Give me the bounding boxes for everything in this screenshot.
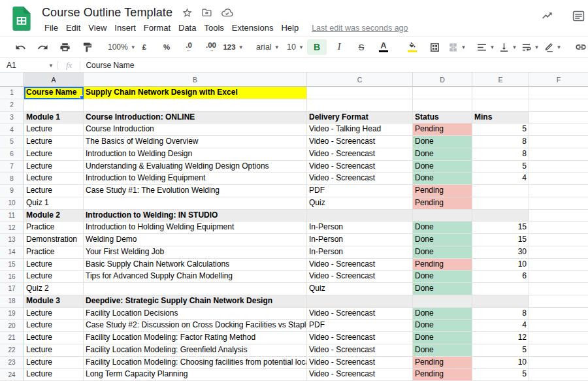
cell-B8[interactable]: Introduction to Welding Equipment bbox=[84, 173, 307, 185]
cell-C3[interactable]: Delivery Format bbox=[307, 112, 413, 124]
cell-D5[interactable]: Done bbox=[413, 136, 472, 148]
cell-A1[interactable]: Course Name bbox=[24, 87, 84, 99]
cell-B9[interactable]: Case Study #1: The Evolution Welding bbox=[84, 185, 307, 197]
cell-E19[interactable]: 8 bbox=[472, 308, 529, 320]
cell-B1[interactable]: Supply Chain Network Design with Excel bbox=[84, 87, 307, 99]
bold-button[interactable]: B bbox=[307, 39, 327, 55]
fill-handle[interactable] bbox=[80, 95, 84, 99]
cell-D8[interactable]: Done bbox=[413, 173, 472, 185]
print-icon[interactable] bbox=[55, 39, 74, 55]
cell-E1[interactable] bbox=[472, 87, 529, 99]
cell-B13[interactable]: Welding Demo bbox=[84, 234, 307, 246]
cell-E11[interactable] bbox=[472, 210, 529, 222]
menu-help[interactable]: Help bbox=[277, 22, 302, 34]
cell-E17[interactable] bbox=[472, 283, 529, 295]
cell-E5[interactable]: 8 bbox=[472, 136, 529, 148]
cell-D3[interactable]: Status bbox=[413, 112, 472, 124]
row-header[interactable]: 13 bbox=[0, 234, 24, 246]
cell-F17[interactable] bbox=[529, 283, 588, 295]
row-header[interactable]: 15 bbox=[0, 259, 24, 271]
cell-D23[interactable]: Pending bbox=[413, 357, 472, 369]
column-header-a[interactable]: A bbox=[24, 73, 84, 87]
cell-D13[interactable]: Done bbox=[413, 234, 472, 246]
cell-C8[interactable]: Video - Screencast bbox=[307, 173, 413, 185]
cell-F22[interactable] bbox=[529, 344, 588, 357]
cell-A6[interactable]: Lecture bbox=[24, 148, 84, 161]
text-rotation-button[interactable]: ▼ bbox=[542, 39, 562, 55]
cell-C14[interactable]: In-Person bbox=[307, 246, 413, 259]
cell-E4[interactable]: 5 bbox=[472, 124, 529, 136]
sheets-logo-icon[interactable] bbox=[12, 7, 31, 31]
cell-E9[interactable] bbox=[472, 185, 529, 197]
row-header[interactable]: 9 bbox=[0, 185, 24, 197]
row-header[interactable]: 22 bbox=[0, 344, 24, 357]
format-percent-button[interactable]: % bbox=[157, 39, 176, 55]
cell-A16[interactable]: Lecture bbox=[24, 271, 84, 283]
cell-B17[interactable] bbox=[84, 283, 307, 295]
cell-B24[interactable]: Long Term Capacity Planning bbox=[84, 369, 307, 381]
cell-C4[interactable]: Video - Talking Head bbox=[307, 124, 413, 136]
cell-A5[interactable]: Lecture bbox=[24, 136, 84, 148]
document-title[interactable]: Course Outline Template bbox=[42, 6, 172, 20]
column-header-f[interactable]: F bbox=[529, 73, 588, 87]
cell-A2[interactable] bbox=[24, 99, 84, 112]
cell-F4[interactable] bbox=[529, 124, 588, 136]
last-edit-link[interactable]: Last edit was seconds ago bbox=[312, 24, 408, 33]
cell-D18[interactable] bbox=[413, 295, 472, 308]
row-header[interactable]: 18 bbox=[0, 295, 24, 308]
cell-F18[interactable] bbox=[529, 295, 588, 308]
text-wrap-button[interactable]: ▼ bbox=[520, 39, 540, 55]
cell-E20[interactable]: 4 bbox=[472, 320, 529, 332]
column-header-e[interactable]: E bbox=[472, 73, 529, 87]
cell-F2[interactable] bbox=[529, 99, 588, 112]
cell-D6[interactable]: Done bbox=[413, 148, 472, 161]
cell-B3[interactable]: Course Introduction: ONLINE bbox=[84, 112, 307, 124]
more-formats-button[interactable]: 123▼ bbox=[223, 39, 243, 55]
vertical-align-button[interactable]: ▼ bbox=[498, 39, 517, 55]
cell-A12[interactable]: Practice bbox=[24, 222, 84, 234]
merge-cells-button[interactable]: ▼ bbox=[447, 39, 466, 55]
menu-insert[interactable]: Insert bbox=[110, 22, 140, 34]
zoom-select[interactable]: 100%▼ bbox=[106, 39, 125, 55]
cell-A4[interactable]: Lecture bbox=[24, 124, 84, 136]
cell-F15[interactable] bbox=[529, 259, 588, 271]
cell-D4[interactable]: Pending bbox=[413, 124, 472, 136]
cell-C19[interactable]: Video - Screencast bbox=[307, 308, 413, 320]
italic-button[interactable]: I bbox=[329, 39, 349, 55]
row-header[interactable]: 4 bbox=[0, 124, 24, 136]
cell-D11[interactable] bbox=[413, 210, 472, 222]
cell-B20[interactable]: Case Study #2: Discussion on Cross Docki… bbox=[84, 320, 307, 332]
name-box[interactable]: A1 ▼ bbox=[0, 61, 57, 70]
cell-D22[interactable]: Done bbox=[413, 344, 472, 357]
cell-D2[interactable] bbox=[413, 99, 472, 112]
cell-E12[interactable]: 15 bbox=[472, 222, 529, 234]
doc-list-icon[interactable] bbox=[572, 9, 585, 23]
cell-F8[interactable] bbox=[529, 173, 588, 185]
format-currency-button[interactable]: £ bbox=[135, 39, 154, 55]
cell-F24[interactable] bbox=[529, 369, 588, 381]
cell-A7[interactable]: Lecture bbox=[24, 161, 84, 173]
cell-D9[interactable]: Pending bbox=[413, 185, 472, 197]
cell-A20[interactable]: Lecture bbox=[24, 320, 84, 332]
cell-D10[interactable]: Pending bbox=[413, 197, 472, 210]
cell-F14[interactable] bbox=[529, 246, 588, 259]
cell-B21[interactable]: Facility Location Modeling: Factor Ratin… bbox=[84, 332, 307, 344]
row-header[interactable]: 1 bbox=[0, 87, 24, 99]
cell-A3[interactable]: Module 1 bbox=[24, 112, 84, 124]
row-header[interactable]: 6 bbox=[0, 148, 24, 161]
cell-B7[interactable]: Understanding & Evaluating Welding Desig… bbox=[84, 161, 307, 173]
cell-C7[interactable]: Video - Screencast bbox=[307, 161, 413, 173]
row-header[interactable]: 17 bbox=[0, 283, 24, 295]
cell-B16[interactable]: Tips for Advanced Supply Chain Modelling bbox=[84, 271, 307, 283]
cell-A14[interactable]: Practice bbox=[24, 246, 84, 259]
row-header[interactable]: 19 bbox=[0, 308, 24, 320]
cell-E14[interactable]: 30 bbox=[472, 246, 529, 259]
text-color-button[interactable]: A bbox=[374, 39, 393, 55]
cell-E7[interactable]: 5 bbox=[472, 161, 529, 173]
cell-C16[interactable]: Video - Screencast bbox=[307, 271, 413, 283]
cell-E21[interactable]: 12 bbox=[472, 332, 529, 344]
menu-tools[interactable]: Tools bbox=[200, 22, 227, 34]
cell-C11[interactable] bbox=[307, 210, 413, 222]
cell-F23[interactable] bbox=[529, 357, 588, 369]
cell-F9[interactable] bbox=[529, 185, 588, 197]
